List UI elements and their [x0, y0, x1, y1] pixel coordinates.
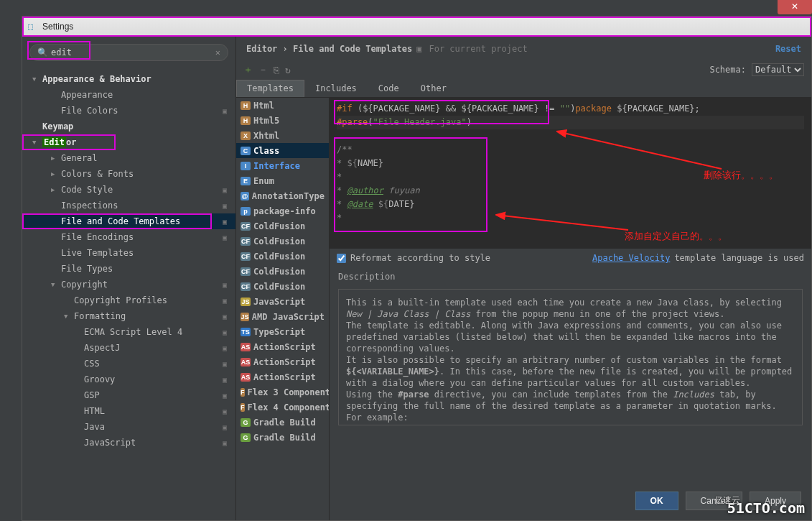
add-icon[interactable]: ＋: [243, 63, 253, 76]
search-icon: 🔍: [37, 47, 48, 57]
watermark-2: 亿速云: [714, 494, 740, 507]
template-item[interactable]: GGradle Build: [236, 415, 329, 430]
template-item[interactable]: CFColdFusion: [236, 218, 329, 234]
close-button[interactable]: ✕: [778, 0, 812, 14]
main-panel: Editor › File and Code Templates ▣ For c…: [236, 37, 811, 520]
template-item[interactable]: @AnnotationType: [236, 188, 329, 203]
template-item[interactable]: XXhtml: [236, 128, 329, 143]
tabs: TemplatesIncludesCodeOther: [236, 80, 811, 98]
tree-item[interactable]: AspectJ▣: [22, 340, 235, 356]
template-item[interactable]: ASActionScript: [236, 369, 329, 384]
tree-item[interactable]: ▼Formatting▣: [22, 308, 235, 324]
template-item[interactable]: JSJavaScript: [236, 294, 329, 309]
clear-icon[interactable]: ✕: [215, 47, 220, 57]
tree-item[interactable]: GSP▣: [22, 387, 235, 403]
schema-select[interactable]: Default: [752, 63, 804, 76]
tab[interactable]: Templates: [236, 80, 304, 97]
template-item[interactable]: GGradle Build: [236, 430, 329, 445]
template-item[interactable]: CFColdFusion: [236, 249, 329, 264]
tree-item[interactable]: File Types: [22, 261, 235, 277]
tree-item[interactable]: File Encodings▣: [22, 229, 235, 245]
tree-item[interactable]: Inspections▣: [22, 198, 235, 213]
tree-item[interactable]: Copyright Profiles▣: [22, 292, 235, 308]
template-item[interactable]: CClass: [236, 143, 329, 158]
search-box[interactable]: 🔍 ✕: [29, 44, 228, 61]
tree-item[interactable]: File and Code Templates▣: [22, 213, 235, 229]
template-item[interactable]: FFlex 4 Component: [236, 400, 329, 415]
template-item[interactable]: ASActionScript: [236, 354, 329, 369]
code-editor[interactable]: #if (${PACKAGE_NAME} && ${PACKAGE_NAME} …: [330, 98, 811, 249]
tree-item[interactable]: ▼Copyright▣: [22, 277, 235, 292]
tree-item[interactable]: ▼Editor: [22, 134, 235, 150]
template-item[interactable]: EEnum: [236, 173, 329, 188]
reformat-checkbox[interactable]: [337, 254, 346, 263]
template-item[interactable]: JSAMD JavaScript: [236, 309, 329, 324]
description-label: Description: [330, 267, 811, 286]
editor-panel: #if (${PACKAGE_NAME} && ${PACKAGE_NAME} …: [330, 98, 811, 520]
tab[interactable]: Includes: [304, 80, 368, 97]
template-item[interactable]: FFlex 3 Component: [236, 384, 329, 400]
refresh-icon[interactable]: ↻: [285, 65, 291, 75]
velocity-link[interactable]: Apache Velocity: [592, 253, 670, 263]
tab[interactable]: Other: [410, 80, 457, 97]
template-list: HHtmlHHtml5XXhtmlCClassIInterfaceEEnum@A…: [236, 98, 330, 520]
template-item[interactable]: HHtml: [236, 98, 329, 113]
sidebar: 🔍 ✕ ▼Appearance & BehaviorAppearanceFile…: [22, 37, 236, 520]
tree-item[interactable]: CSS▣: [22, 356, 235, 372]
template-item[interactable]: CFColdFusion: [236, 279, 329, 294]
tree-item[interactable]: Appearance: [22, 87, 235, 103]
search-input[interactable]: [51, 47, 215, 57]
template-item[interactable]: CFColdFusion: [236, 234, 329, 249]
tree-item[interactable]: HTML▣: [22, 403, 235, 419]
template-item[interactable]: CFColdFusion: [236, 264, 329, 279]
template-item[interactable]: ASActionScript: [236, 339, 329, 354]
tree-item[interactable]: ▶Code Style▣: [22, 182, 235, 198]
ok-button[interactable]: OK: [635, 492, 678, 510]
app-icon: ⬚: [28, 22, 38, 32]
options-row: Reformat according to style Apache Veloc…: [330, 249, 811, 267]
tree-item[interactable]: Groovy▣: [22, 372, 235, 387]
tree-item[interactable]: ▶Colors & Fonts: [22, 166, 235, 182]
settings-tree: ▼Appearance & BehaviorAppearanceFile Col…: [22, 68, 235, 520]
tree-item[interactable]: Live Templates: [22, 245, 235, 261]
tree-item[interactable]: Java▣: [22, 419, 235, 435]
titlebar: ⬚ Settings: [22, 17, 811, 37]
tree-item[interactable]: JavaScript▣: [22, 435, 235, 451]
template-item[interactable]: TSTypeScript: [236, 324, 329, 339]
description-box: This is a built-in template used each ti…: [338, 289, 803, 425]
tree-item[interactable]: File Colors▣: [22, 103, 235, 119]
remove-icon[interactable]: －: [258, 63, 268, 76]
template-item[interactable]: IInterface: [236, 158, 329, 173]
tree-item[interactable]: ▼Appearance & Behavior: [22, 71, 235, 87]
window-title: Settings: [42, 22, 73, 32]
toolbar: ＋ － ⎘ ↻ Schema: Default: [236, 61, 811, 78]
settings-dialog: ⬚ Settings 🔍 ✕ ▼Appearance & BehaviorApp…: [22, 16, 812, 521]
tree-item[interactable]: ▶General: [22, 150, 235, 166]
breadcrumb: Editor › File and Code Templates ▣ For c…: [236, 37, 811, 61]
reset-link[interactable]: Reset: [775, 44, 801, 54]
tree-item[interactable]: Keymap: [22, 119, 235, 134]
template-item[interactable]: ppackage-info: [236, 203, 329, 218]
tab[interactable]: Code: [368, 80, 410, 97]
copy-icon[interactable]: ⎘: [274, 65, 279, 75]
tree-item[interactable]: ECMA Script Level 4▣: [22, 324, 235, 340]
template-item[interactable]: HHtml5: [236, 113, 329, 128]
